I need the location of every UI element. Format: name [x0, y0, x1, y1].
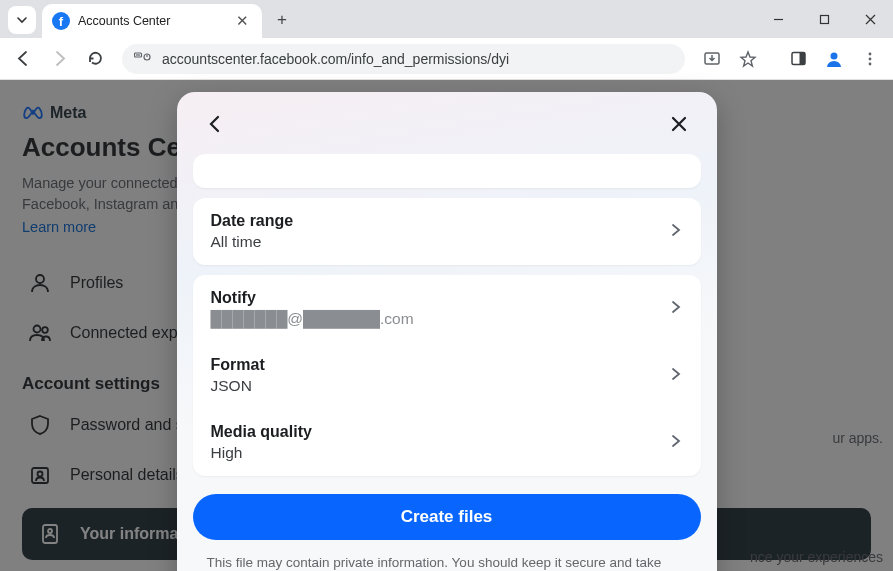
- window-titlebar: f Accounts Center ✕ +: [0, 0, 893, 38]
- forward-button[interactable]: [44, 44, 74, 74]
- browser-toolbar: accountscenter.facebook.com/info_and_per…: [0, 38, 893, 80]
- chevron-right-icon: [669, 223, 683, 241]
- row-label: Date range: [211, 212, 669, 230]
- back-button[interactable]: [8, 44, 38, 74]
- bookmark-button[interactable]: [733, 44, 763, 74]
- modal-blank-card: [193, 154, 701, 188]
- install-app-button[interactable]: [697, 44, 727, 74]
- svg-point-9: [831, 52, 838, 59]
- url-text: accountscenter.facebook.com/info_and_per…: [162, 51, 509, 67]
- chevron-right-icon: [669, 367, 683, 385]
- close-window-button[interactable]: [847, 0, 893, 38]
- row-value: All time: [211, 233, 669, 251]
- minimize-button[interactable]: [755, 0, 801, 38]
- create-files-button[interactable]: Create files: [193, 494, 701, 540]
- window-controls: [755, 0, 893, 38]
- row-label: Notify: [211, 289, 669, 307]
- modal-back-button[interactable]: [199, 108, 231, 140]
- site-info-icon[interactable]: [134, 50, 152, 67]
- svg-point-10: [869, 52, 872, 55]
- row-label: Media quality: [211, 423, 669, 441]
- modal-close-button[interactable]: [663, 108, 695, 140]
- favicon: f: [52, 12, 70, 30]
- svg-rect-1: [820, 15, 828, 23]
- browser-menu-button[interactable]: [855, 44, 885, 74]
- tab-title: Accounts Center: [78, 14, 225, 28]
- svg-point-12: [869, 62, 872, 65]
- profile-button[interactable]: [819, 44, 849, 74]
- svg-rect-8: [799, 53, 805, 65]
- reload-button[interactable]: [80, 44, 110, 74]
- new-tab-button[interactable]: +: [268, 6, 296, 34]
- tab-search-button[interactable]: [8, 6, 36, 34]
- tab-close-button[interactable]: ✕: [233, 12, 252, 30]
- media-quality-row[interactable]: Media quality High: [193, 409, 701, 476]
- row-value: JSON: [211, 377, 669, 395]
- maximize-button[interactable]: [801, 0, 847, 38]
- notify-row[interactable]: Notify ███████@███████.com: [193, 275, 701, 342]
- disclaimer-text: This file may contain private informatio…: [207, 554, 687, 571]
- row-value: High: [211, 444, 669, 462]
- date-range-row[interactable]: Date range All time: [193, 198, 701, 265]
- format-row[interactable]: Format JSON: [193, 342, 701, 409]
- address-bar[interactable]: accountscenter.facebook.com/info_and_per…: [122, 44, 685, 74]
- chevron-right-icon: [669, 300, 683, 318]
- chevron-right-icon: [669, 434, 683, 452]
- row-label: Format: [211, 356, 669, 374]
- side-panel-button[interactable]: [783, 44, 813, 74]
- browser-tab[interactable]: f Accounts Center ✕: [42, 4, 262, 38]
- row-value: ███████@███████.com: [211, 310, 669, 328]
- download-info-modal: Date range All time Notify ███████@█████…: [177, 92, 717, 571]
- svg-point-11: [869, 57, 872, 60]
